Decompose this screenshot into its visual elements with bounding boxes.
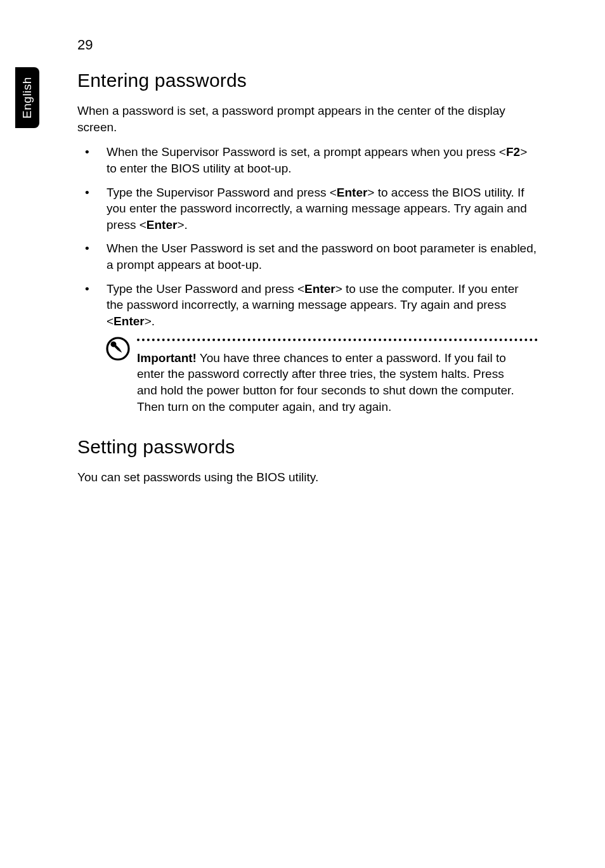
key-name: Enter xyxy=(304,282,335,295)
note-text: Important! You have three chances to ent… xyxy=(137,350,525,415)
text-run: >. xyxy=(145,314,155,328)
bullet-list: When the Supervisor Password is set, a p… xyxy=(77,144,538,329)
text-run: When the User Password is set and the pa… xyxy=(107,242,537,271)
page-number: 29 xyxy=(77,37,93,53)
language-tab: English xyxy=(15,67,39,128)
pin-icon xyxy=(105,336,131,361)
key-name: F2 xyxy=(506,145,520,159)
list-item: Type the User Password and press <Enter>… xyxy=(77,281,538,330)
list-item: When the User Password is set and the pa… xyxy=(77,240,538,273)
intro-paragraph: When a password is set, a password promp… xyxy=(77,103,538,135)
text-run: Type the Supervisor Password and press < xyxy=(107,186,337,199)
text-run: >. xyxy=(177,218,187,231)
list-item: When the Supervisor Password is set, a p… xyxy=(77,144,538,176)
text-run: When the Supervisor Password is set, a p… xyxy=(107,145,506,159)
heading-setting-passwords: Setting passwords xyxy=(77,436,538,458)
language-label: English xyxy=(20,77,34,119)
important-note: Important! You have three chances to ent… xyxy=(107,339,525,415)
list-item: Type the Supervisor Password and press <… xyxy=(77,185,538,233)
key-name: Enter xyxy=(337,186,368,199)
text-run: Type the User Password and press < xyxy=(107,282,304,295)
heading-entering-passwords: Entering passwords xyxy=(77,70,538,91)
key-name: Enter xyxy=(146,218,178,231)
page-content: Entering passwords When a password is se… xyxy=(77,70,538,495)
setting-intro: You can set passwords using the BIOS uti… xyxy=(77,469,538,486)
key-name: Enter xyxy=(114,314,145,328)
note-divider xyxy=(137,339,538,341)
note-lead: Important! xyxy=(137,351,197,365)
document-page: English 29 Entering passwords When a pas… xyxy=(0,0,605,868)
